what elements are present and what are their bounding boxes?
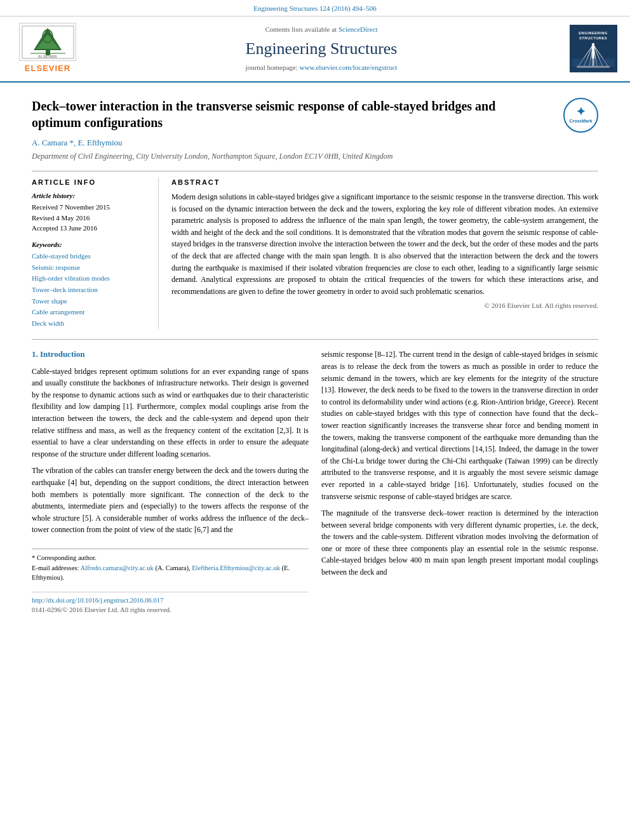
svg-text:ELSEVIER: ELSEVIER [38, 55, 57, 58]
issn-text: 0141-0296/© 2016 Elsevier Ltd. All right… [32, 606, 171, 613]
keyword-5: Tower shape [32, 296, 152, 307]
svg-text:ENGINEERING: ENGINEERING [579, 31, 608, 35]
history-label: Article history: [32, 191, 152, 201]
crossmark-label: CrossMark [569, 118, 592, 124]
article-meta-section: ARTICLE INFO Article history: Received 7… [32, 171, 598, 330]
copyright-notice: © 2016 Elsevier Ltd. All rights reserved… [171, 301, 598, 310]
journal-citation-bar: Engineering Structures 124 (2016) 494–50… [0, 0, 630, 17]
crossmark-badge[interactable]: ✦ CrossMark [563, 98, 598, 133]
keyword-7: Deck width [32, 318, 152, 330]
paper-content: Deck–tower interaction in the transverse… [0, 83, 630, 628]
article-title-text: Deck–tower interaction in the transverse… [32, 99, 495, 130]
body-right-column: seismic response [8–12]. The current tre… [321, 349, 598, 615]
right-paragraph-1: seismic response [8–12]. The current tre… [321, 349, 598, 502]
accepted-date: Accepted 13 June 2016 [32, 223, 152, 234]
body-columns: 1. Introduction Cable-stayed bridges rep… [32, 349, 598, 615]
intro-paragraph-2: The vibration of the cables can transfer… [32, 465, 309, 536]
email2-link[interactable]: Eleftheria.Efthymiou@city.ac.uk [192, 564, 280, 571]
article-history: Article history: Received 7 November 201… [32, 191, 152, 234]
article-title-area: Deck–tower interaction in the transverse… [32, 98, 598, 131]
authors-text: A. Camara *, E. Efthymiou [32, 138, 123, 147]
journal-homepage-line: journal homepage: www.elsevier.com/locat… [89, 63, 554, 72]
keywords-section: Keywords: Cable-stayed bridges Seismic r… [32, 240, 152, 330]
content-divider [32, 339, 598, 340]
svg-text:STRUCTURES: STRUCTURES [579, 36, 607, 40]
keyword-2: Seismic response [32, 262, 152, 274]
body-left-column: 1. Introduction Cable-stayed bridges rep… [32, 349, 309, 615]
abstract-section: ABSTRACT Modern design solutions in cabl… [171, 178, 598, 330]
sciencedirect-link[interactable]: ScienceDirect [338, 25, 378, 33]
keyword-1: Cable-stayed bridges [32, 251, 152, 262]
email1-link[interactable]: Alfredo.camara@city.ac.uk [80, 564, 153, 571]
footnote-area: * Corresponding author. E-mail addresses… [32, 549, 309, 583]
keyword-3: High-order vibration modes [32, 273, 152, 284]
journal-header: ELSEVIER ELSEVIER Contents lists availab… [0, 17, 630, 82]
svg-rect-19 [572, 59, 615, 67]
doi-footer: http://dx.doi.org/10.1016/j.engstruct.20… [32, 592, 309, 615]
abstract-text: Modern design solutions in cable-stayed … [171, 191, 598, 297]
authors-line: A. Camara *, E. Efthymiou [32, 137, 598, 149]
corresponding-author-note: * Corresponding author. [32, 553, 309, 563]
received-date: Received 7 November 2015 [32, 202, 152, 213]
revised-date: Revised 4 May 2016 [32, 213, 152, 223]
engineering-structures-logo: ENGINEERING STRUCTURES [570, 25, 617, 72]
journal-homepage-link[interactable]: www.elsevier.com/locate/engstruct [300, 63, 398, 71]
eng-struct-logo-area: ENGINEERING STRUCTURES [560, 25, 617, 72]
article-info-column: ARTICLE INFO Article history: Received 7… [32, 178, 159, 330]
abstract-heading: ABSTRACT [171, 178, 598, 187]
crossmark-symbol: ✦ [576, 106, 586, 117]
article-info-heading: ARTICLE INFO [32, 178, 152, 187]
author-affiliation: Department of Civil Engineering, City Un… [32, 151, 598, 162]
elsevier-logo-area: ELSEVIER ELSEVIER [13, 23, 83, 74]
journal-title-area: Contents lists available at ScienceDirec… [89, 25, 554, 72]
keyword-4: Tower–deck interaction [32, 284, 152, 296]
intro-paragraph-1: Cable-stayed bridges represent optimum s… [32, 366, 309, 460]
doi-link[interactable]: http://dx.doi.org/10.1016/j.engstruct.20… [32, 597, 163, 604]
journal-name: Engineering Structures [89, 37, 554, 60]
sciencedirect-link-line: Contents lists available at ScienceDirec… [89, 25, 554, 34]
email-footnote: E-mail addresses: Alfredo.camara@city.ac… [32, 563, 309, 583]
journal-citation: Engineering Structures 124 (2016) 494–50… [253, 4, 377, 12]
keywords-label: Keywords: [32, 240, 152, 250]
email1-author: (A. Camara), [155, 564, 190, 571]
elsevier-brand-text: ELSEVIER [25, 63, 70, 74]
keyword-6: Cable arrangement [32, 307, 152, 318]
elsevier-tree-logo: ELSEVIER [19, 23, 76, 61]
right-paragraph-2: The magnitude of the transverse deck–tow… [321, 507, 598, 578]
introduction-heading: 1. Introduction [32, 349, 309, 360]
email-label: E-mail addresses: [32, 564, 79, 571]
